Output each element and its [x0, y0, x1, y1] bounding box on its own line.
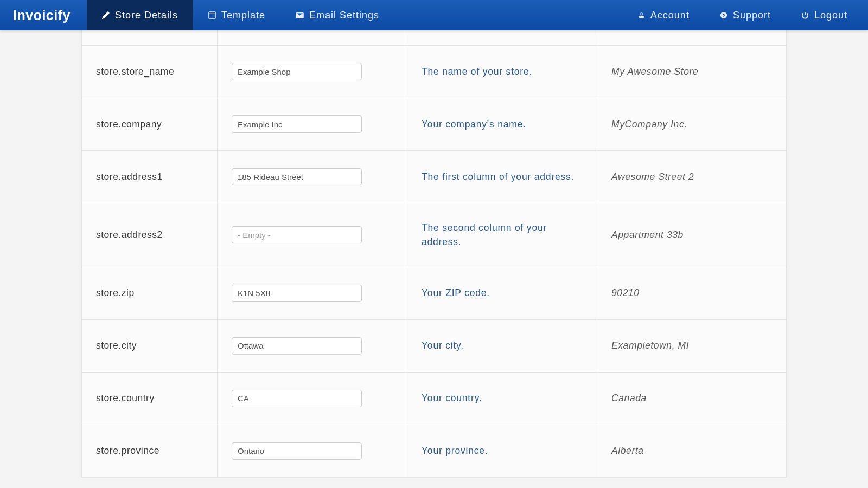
- cell-input: [218, 203, 407, 267]
- key-address2: store.address2: [82, 203, 218, 267]
- input-city[interactable]: [232, 337, 362, 355]
- cell-input: [218, 267, 407, 319]
- main-content: store.store_name The name of your store.…: [81, 30, 787, 478]
- nav-left-group: Store Details Template Email Settings: [87, 0, 394, 30]
- example-store-name: My Awesome Store: [597, 46, 782, 98]
- nav-email-settings[interactable]: Email Settings: [280, 0, 394, 30]
- nav-label: Store Details: [115, 10, 178, 21]
- table-row: store.country Your country. Canada: [81, 373, 787, 425]
- desc-address1: The first column of your address.: [407, 151, 597, 203]
- svg-text:?: ?: [722, 12, 726, 18]
- table-row: store.store_name The name of your store.…: [81, 46, 787, 98]
- example-province: Alberta: [597, 425, 782, 477]
- nav-label: Support: [733, 10, 771, 21]
- nav-label: Logout: [814, 10, 847, 21]
- template-icon: [208, 11, 216, 19]
- example-country: Canada: [597, 373, 782, 425]
- cell-input: [218, 98, 407, 150]
- example-city: Exampletown, MI: [597, 320, 782, 372]
- example-company: MyCompany Inc.: [597, 98, 782, 150]
- nav-logout[interactable]: Logout: [786, 0, 863, 30]
- key-address1: store.address1: [82, 151, 218, 203]
- nav-support[interactable]: ? Support: [705, 0, 786, 30]
- svg-rect-0: [209, 12, 215, 18]
- desc-store-name: The name of your store.: [407, 46, 597, 98]
- nav-store-details[interactable]: Store Details: [87, 0, 193, 30]
- nav-right-group: Account ? Support Logout: [623, 0, 863, 30]
- brand-logo[interactable]: Invoicify: [5, 8, 87, 23]
- table-row: store.address2 The second column of your…: [81, 203, 787, 267]
- key-country: store.country: [82, 373, 218, 425]
- cell-input: [218, 373, 407, 425]
- nav-account[interactable]: Account: [623, 0, 705, 30]
- table-row: store.province Your province. Alberta: [81, 425, 787, 478]
- desc-province: Your province.: [407, 425, 597, 477]
- pencil-icon: [102, 11, 110, 19]
- settings-table: store.store_name The name of your store.…: [81, 30, 787, 478]
- input-zip[interactable]: [232, 285, 362, 302]
- cell-key: [82, 30, 218, 45]
- power-icon: [801, 11, 809, 19]
- nav-template[interactable]: Template: [193, 0, 280, 30]
- example-zip: 90210: [597, 267, 782, 319]
- cell-example: [597, 30, 782, 45]
- question-icon: ?: [720, 11, 727, 19]
- desc-zip: Your ZIP code.: [407, 267, 597, 319]
- example-address2: Appartment 33b: [597, 203, 782, 267]
- desc-address2: The second column of your address.: [407, 203, 597, 267]
- user-icon: [638, 11, 645, 19]
- key-city: store.city: [82, 320, 218, 372]
- cell-desc: [407, 30, 597, 45]
- example-address1: Awesome Street 2: [597, 151, 782, 203]
- desc-company: Your company's name.: [407, 98, 597, 150]
- cell-input: [218, 46, 407, 98]
- desc-country: Your country.: [407, 373, 597, 425]
- key-company: store.company: [82, 98, 218, 150]
- key-zip: store.zip: [82, 267, 218, 319]
- table-row: store.zip Your ZIP code. 90210: [81, 267, 787, 320]
- input-address2[interactable]: [232, 226, 362, 243]
- envelope-icon: [296, 12, 304, 18]
- input-province[interactable]: [232, 442, 362, 460]
- nav-label: Template: [221, 10, 265, 21]
- input-country[interactable]: [232, 390, 362, 407]
- table-row: store.company Your company's name. MyCom…: [81, 98, 787, 151]
- nav-label: Account: [650, 10, 690, 21]
- input-company[interactable]: [232, 115, 362, 133]
- top-navbar: Invoicify Store Details Template Email S…: [0, 0, 868, 30]
- key-province: store.province: [82, 425, 218, 477]
- desc-city: Your city.: [407, 320, 597, 372]
- table-row: store.address1 The first column of your …: [81, 151, 787, 203]
- nav-label: Email Settings: [309, 10, 379, 21]
- key-store-name: store.store_name: [82, 46, 218, 98]
- cell-input: [218, 320, 407, 372]
- cell-input: [218, 30, 407, 45]
- table-row: store.city Your city. Exampletown, MI: [81, 320, 787, 373]
- cell-input: [218, 151, 407, 203]
- cell-input: [218, 425, 407, 477]
- input-store-name[interactable]: [232, 63, 362, 80]
- input-address1[interactable]: [232, 168, 362, 185]
- table-row-partial: [81, 30, 787, 46]
